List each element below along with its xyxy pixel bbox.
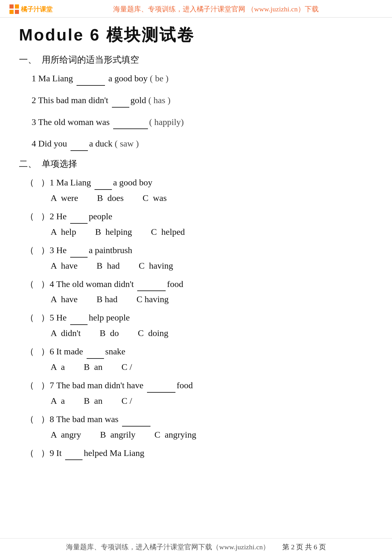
mc-options-2: A help B helping C helped [51, 227, 373, 237]
mc-item-3: （ ）3 He a paintbrush A have B had C havi… [25, 243, 373, 271]
mc-blank-4 [137, 277, 166, 291]
mc-options-6: A a B an C / [51, 362, 373, 372]
mc-blank-6 [87, 344, 104, 359]
mc-blank-9 [65, 446, 83, 460]
fill-q1: 1 Ma Liang a good boy ( be ) [32, 71, 373, 86]
fill-q4: 4 Did you a duck ( saw ) [32, 136, 373, 151]
page-footer: 海量题库、专项训练，进入橘子汁课堂官网下载（www.juzizhi.cn） 第 … [0, 538, 392, 555]
mc-blank-7 [147, 378, 175, 393]
mc-item-8: （ ）8 The bad man was A angry B angrily C… [25, 412, 373, 440]
mc-options-1: A were B does C was [51, 193, 373, 203]
mc-blank-5 [70, 310, 88, 325]
mc-item-2: （ ）2 He people A help B helping C helped [25, 209, 373, 237]
mc-item-7: （ ）7 The bad man didn't have food A a B … [25, 378, 373, 406]
blank-2 [112, 93, 129, 108]
mc-item-6: （ ）6 It made snake A a B an C / [25, 344, 373, 372]
mc-options-5: A didn't B do C doing [51, 328, 373, 338]
mc-blank-2 [70, 209, 88, 224]
mc-options-7: A a B an C / [51, 396, 373, 406]
mc-item-5: （ ）5 He help people A didn't B do C doin… [25, 310, 373, 338]
logo: 橘子汁课堂 [9, 4, 52, 14]
blank-3 [113, 115, 148, 129]
mc-section: （ ）1 Ma Liang a good boy A were B does C… [19, 175, 373, 460]
footer-text: 海量题库、专项训练，进入橘子汁课堂官网下载（www.juzizhi.cn） [66, 542, 270, 552]
mc-blank-1 [95, 175, 112, 190]
fill-q2: 2 This bad man didn't gold ( has ) [32, 93, 373, 108]
mc-item-4: （ ）4 The old woman didn't food A have B … [25, 277, 373, 305]
blank-4 [70, 136, 88, 151]
header-tagline: 海量题库、专项训练，进入橘子汁课堂官网 （www.juzizhi.cn）下载 [52, 4, 379, 14]
page-body: Module 6 模块测试卷 一、 用所给词的适当形式填空 1 Ma Liang… [0, 21, 392, 485]
section1-label: 一、 用所给词的适当形式填空 [19, 54, 373, 66]
mc-item-1: （ ）1 Ma Liang a good boy A were B does C… [25, 175, 373, 203]
blank-1 [77, 71, 105, 86]
mc-options-8: A angry B angrily C angrying [51, 430, 373, 440]
fill-q3: 3 The old woman was ( happily) [32, 115, 373, 129]
mc-options-3: A have B had C having [51, 261, 373, 271]
fill-in-blank-section: 1 Ma Liang a good boy ( be ) 2 This bad … [32, 71, 373, 151]
module-title: Module 6 模块测试卷 [19, 24, 373, 46]
mc-blank-3 [70, 243, 88, 258]
mc-item-9: （ ）9 It helped Ma Liang [25, 446, 373, 460]
logo-icon [9, 4, 19, 14]
mc-blank-8 [122, 412, 150, 427]
page-number: 第 2 页 共 6 页 [282, 542, 326, 552]
mc-options-4: A have B had C having [51, 294, 373, 304]
page-header: 橘子汁课堂 海量题库、专项训练，进入橘子汁课堂官网 （www.juzizhi.c… [0, 0, 392, 18]
section2-label: 二、 单项选择 [19, 158, 373, 170]
logo-text: 橘子汁课堂 [21, 5, 52, 14]
